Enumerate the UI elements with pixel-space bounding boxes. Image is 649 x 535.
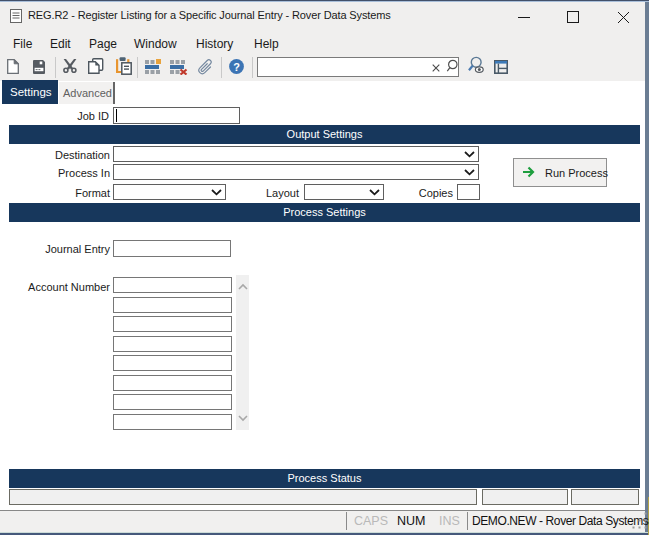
svg-text:?: ?: [233, 61, 240, 73]
